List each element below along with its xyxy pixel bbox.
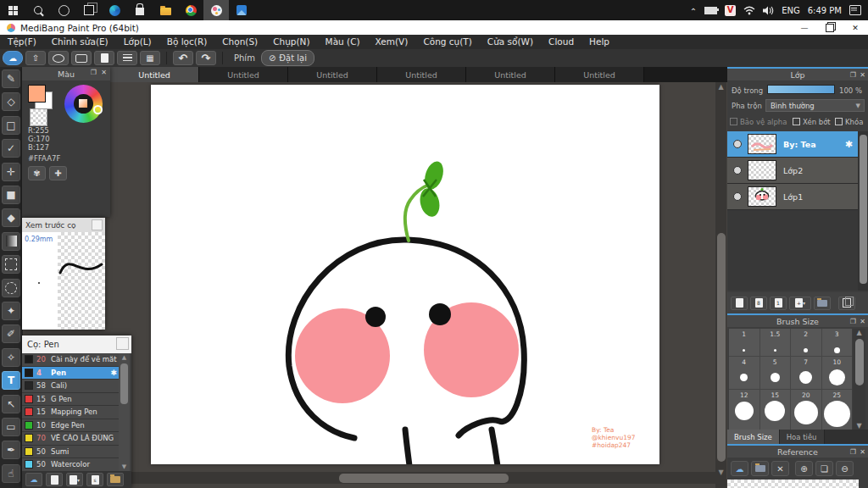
tool-move[interactable]: ✛ <box>2 163 20 181</box>
layer-row-2[interactable]: Lớp1 <box>727 184 858 210</box>
taskbar-chrome-button[interactable] <box>178 0 203 20</box>
brush-size-option-1.5[interactable]: 1.5 <box>760 329 791 356</box>
publish-button[interactable]: ⇧ <box>25 51 46 65</box>
taskbar-file-explorer-button[interactable] <box>153 0 178 20</box>
taskbar-photos-button[interactable] <box>229 0 254 20</box>
add-8bit-layer-button[interactable]: 8 <box>750 297 767 310</box>
canvas-vertical-scrollbar[interactable]: ▲ ▼ <box>715 82 726 488</box>
brush-size-scroll-thumb[interactable] <box>855 339 864 385</box>
drawing-canvas[interactable]: By: Tea @khienvu197 #hoidap247 <box>151 85 659 464</box>
transparent-color-swatch[interactable] <box>30 108 47 126</box>
material-list-button[interactable] <box>117 51 137 65</box>
brush-size-option-4[interactable]: 4 <box>729 357 760 389</box>
taskbar-store-button[interactable] <box>127 0 153 20</box>
close-icon[interactable]: ✕ <box>860 318 865 325</box>
menu-item-2[interactable]: Lớp(L) <box>116 35 159 49</box>
brush-item-7[interactable]: 50Sumi <box>22 446 119 459</box>
brush-size-option-5[interactable]: 5 <box>760 357 791 389</box>
duplicate-layer-button[interactable] <box>838 297 855 310</box>
reference-zoom-in-button[interactable]: ⊕ <box>795 461 813 476</box>
document-tab-0[interactable]: Untitled <box>110 67 199 82</box>
reference-header[interactable]: Reference ❐ ✕ <box>727 446 868 458</box>
wifi-icon[interactable] <box>743 6 755 15</box>
brush-item-0[interactable]: 20Cài này để vẽ măt <box>22 353 119 367</box>
action-center-icon[interactable] <box>849 5 861 15</box>
canvas-horizontal-scrollbar[interactable] <box>110 472 715 484</box>
dock-tab-1[interactable]: Hoa tiêu <box>780 430 825 444</box>
tool-bucket[interactable]: ◆ <box>2 208 20 227</box>
add-1bit-layer-button[interactable]: 1 <box>770 297 787 310</box>
brush-size-option-3[interactable]: 3 <box>822 329 853 356</box>
lock-checkbox[interactable]: Khóa <box>835 118 863 126</box>
brush-item-3[interactable]: 15G Pen <box>22 393 119 407</box>
scroll-down-arrow[interactable]: ▼ <box>119 463 130 470</box>
close-icon[interactable]: ✕ <box>860 71 865 79</box>
brush-size-scrollbar[interactable]: ▲ ▼ <box>853 329 865 430</box>
close-icon[interactable]: ✕ <box>101 69 107 76</box>
unikey-icon[interactable]: V <box>725 5 736 16</box>
comment-button[interactable] <box>48 51 69 65</box>
hue-selector-ring[interactable] <box>93 105 103 114</box>
brush-size-option-7[interactable]: 7 <box>791 357 821 389</box>
tool-select-eraser[interactable]: ✧ <box>2 348 20 367</box>
add-color-button[interactable]: ✚ <box>49 166 67 180</box>
scroll-up-arrow[interactable]: ▲ <box>853 329 865 336</box>
layer-visibility-dot[interactable] <box>733 140 742 148</box>
scroll-down-arrow[interactable]: ▼ <box>853 422 865 430</box>
brush-item-6[interactable]: 70VẼ CÀO LÀ ĐÚNG <box>22 432 119 446</box>
menu-item-0[interactable]: Tệp(F) <box>0 35 44 49</box>
layers-scrollbar[interactable] <box>858 131 868 291</box>
menu-item-11[interactable]: Help <box>581 35 617 49</box>
add-bitmap-brush-button[interactable]: ▾ <box>66 473 83 486</box>
document-tab-4[interactable]: Untitled <box>466 67 555 82</box>
horizontal-scroll-thumb[interactable] <box>339 474 509 483</box>
tool-shape[interactable]: □ <box>2 116 20 135</box>
chat-button[interactable] <box>71 51 92 65</box>
popout-icon[interactable]: ❐ <box>850 71 856 79</box>
task-view-button[interactable] <box>76 0 102 20</box>
brush-size-option-10[interactable]: 10 <box>822 357 853 389</box>
panel-collapse-button[interactable] <box>92 219 103 230</box>
brush-settings-gear-icon[interactable]: ✱ <box>110 369 117 377</box>
start-button[interactable] <box>0 0 25 20</box>
document-tab-1[interactable]: Untitled <box>199 67 288 82</box>
brush-size-option-1[interactable]: 1 <box>729 329 760 356</box>
document-tab-3[interactable]: Untitled <box>377 67 466 82</box>
taskbar-search-button[interactable] <box>25 0 51 20</box>
brush-item-1[interactable]: 4Pen✱ <box>22 367 119 380</box>
tool-curve-snap[interactable]: ✓ <box>2 139 20 158</box>
tool-gradient[interactable] <box>2 232 20 251</box>
add-special-layer-button[interactable]: +▾ <box>789 297 811 310</box>
brush-size-option-20[interactable]: 20 <box>791 390 821 430</box>
menu-item-9[interactable]: Cửa sổ(W) <box>480 35 541 49</box>
brush-panel-header[interactable]: Cọ: Pen <box>22 336 131 353</box>
tool-eraser[interactable]: ◇ <box>2 92 20 111</box>
add-brush-button[interactable] <box>46 473 63 486</box>
tool-hand[interactable]: ☝ <box>2 464 20 483</box>
clipping-checkbox[interactable]: Xén bớt <box>793 118 831 126</box>
brush-folder-button[interactable] <box>107 473 124 486</box>
popout-icon[interactable]: ❐ <box>850 448 856 456</box>
tool-frame-divide[interactable]: ▭ <box>2 418 20 436</box>
tool-select-rect[interactable] <box>2 255 20 274</box>
taskbar-edge-button[interactable] <box>102 0 127 20</box>
color-panel-header[interactable]: Màu ❐ ✕ <box>22 67 110 80</box>
layer-row-0[interactable]: By: Tea✱ <box>727 131 858 158</box>
layer-visibility-dot[interactable] <box>733 166 742 175</box>
scroll-down-arrow[interactable]: ▼ <box>715 469 726 476</box>
language-indicator[interactable]: ENG <box>782 6 800 15</box>
add-folder-button[interactable] <box>814 297 831 310</box>
menu-item-10[interactable]: Cloud <box>541 35 581 49</box>
taskbar-cortana-button[interactable] <box>51 0 76 20</box>
dock-tab-0[interactable]: Brush Size <box>727 430 780 444</box>
tool-operation[interactable]: ↖ <box>2 395 20 413</box>
hidden-icons-chevron[interactable]: ⌃ <box>690 7 697 16</box>
add-layer-button[interactable] <box>731 297 748 310</box>
reset-button[interactable]: ⊘ Đặt lại <box>261 50 314 66</box>
document-tab-5[interactable]: Untitled <box>555 67 644 82</box>
layers-panel-header[interactable]: Lớp ❐ ✕ <box>727 69 868 80</box>
menu-item-6[interactable]: Màu (C) <box>318 35 368 49</box>
document-tab-2[interactable]: Untitled <box>288 67 377 82</box>
canvas-settings-button[interactable]: ▦ <box>140 51 160 65</box>
reference-zoom-out-button[interactable]: ⊖ <box>836 461 854 476</box>
